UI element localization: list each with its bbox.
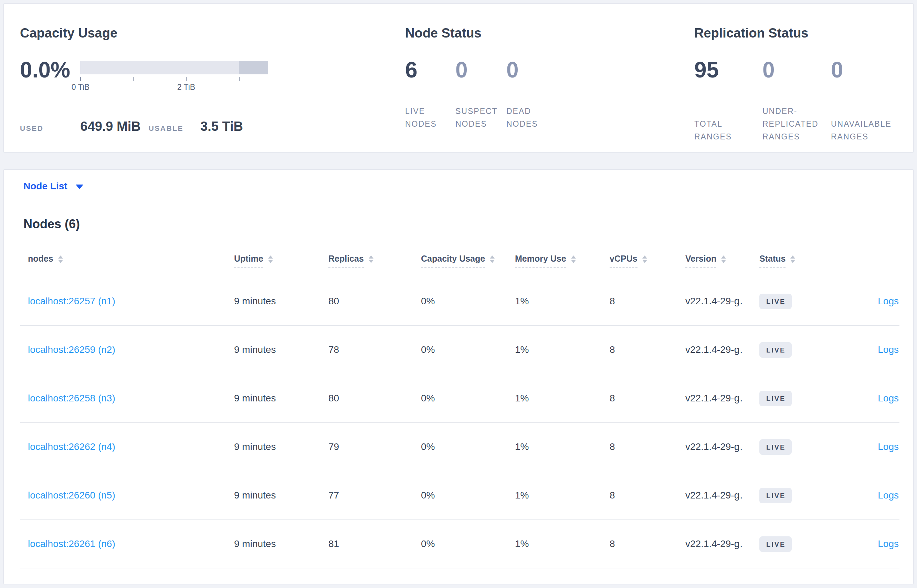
node-link[interactable]: localhost:26258 (n3) [20, 393, 218, 404]
replication-status-title: Replication Status [694, 25, 913, 41]
status-badge: LIVE [759, 294, 792, 309]
live-nodes-label: LIVE NODES [405, 105, 449, 131]
view-selector-label: Node List [23, 181, 68, 192]
column-label: Capacity Usage [421, 254, 485, 268]
column-label: vCPUs [610, 254, 638, 268]
cluster-overview-page: Capacity Usage 0.0% 0 TiB 2 TiB [0, 0, 917, 588]
usable-label: USABLE [149, 124, 184, 132]
replicas-cell: 79 [312, 441, 404, 452]
version-cell: v22.1.4-29-g… [669, 393, 743, 404]
sort-icon [58, 255, 63, 263]
uptime-cell: 9 minutes [218, 344, 312, 355]
status-cell: LIVE [743, 391, 817, 406]
sort-icon [268, 255, 273, 263]
unavailable-count: 0 [831, 59, 907, 81]
column-header-replicas[interactable]: Replicas [312, 254, 404, 268]
vcpus-cell: 8 [593, 296, 669, 307]
node-status-labels: LIVE NODES SUSPECT NODES DEAD NODES [405, 105, 677, 131]
logs-link[interactable]: Logs [817, 441, 899, 452]
logs-link[interactable]: Logs [817, 538, 899, 549]
sort-icon [790, 255, 795, 263]
memory-cell: 1% [499, 344, 593, 355]
replicas-cell: 78 [312, 344, 404, 355]
status-badge: LIVE [759, 536, 792, 552]
suspect-nodes-label: SUSPECT NODES [455, 105, 499, 131]
version-cell: v22.1.4-29-g… [669, 344, 743, 355]
tick-label-0tib: 0 TiB [72, 82, 89, 92]
capacity-bar-reserved-segment [239, 61, 268, 74]
tick-label-2tib: 2 TiB [177, 82, 195, 92]
column-header-version[interactable]: Version [669, 254, 743, 268]
column-header-nodes[interactable]: nodes [20, 254, 218, 268]
sort-icon [642, 255, 647, 263]
suspect-nodes-count: 0 [455, 59, 506, 81]
chevron-down-icon [76, 184, 83, 189]
capacity-gauge: 0.0% 0 TiB 2 TiB [20, 59, 386, 92]
live-nodes-count: 6 [405, 59, 455, 81]
uptime-cell: 9 minutes [218, 490, 312, 501]
vcpus-cell: 8 [593, 490, 669, 501]
logs-link[interactable]: Logs [817, 344, 899, 355]
node-link[interactable]: localhost:26257 (n1) [20, 296, 218, 307]
node-status-title: Node Status [405, 25, 677, 41]
column-label: nodes [28, 254, 53, 268]
vcpus-cell: 8 [593, 344, 669, 355]
column-header-uptime[interactable]: Uptime [218, 254, 312, 268]
table-row: localhost:26261 (n6) 9 minutes 81 0% 1% … [20, 520, 899, 569]
used-label: USED [20, 124, 44, 132]
column-header-capacity-usage[interactable]: Capacity Usage [404, 254, 499, 268]
table-row: localhost:26259 (n2) 9 minutes 78 0% 1% … [20, 326, 899, 374]
view-selector-dropdown[interactable]: Node List [4, 170, 913, 203]
column-label: Status [759, 254, 786, 268]
version-cell: v22.1.4-29-g… [669, 441, 743, 452]
node-list-card: Node List Nodes (6) nodes Uptime Replica… [3, 170, 914, 584]
sort-icon [490, 255, 495, 263]
capacity-cell: 0% [404, 296, 499, 307]
status-badge: LIVE [759, 439, 792, 455]
capacity-cell: 0% [404, 393, 499, 404]
memory-cell: 1% [499, 538, 593, 549]
status-badge: LIVE [759, 342, 792, 358]
capacity-stats: USED 649.9 MiB USABLE 3.5 TiB [20, 119, 386, 134]
replication-labels: TOTAL RANGES UNDER-REPLICATED RANGES UNA… [694, 105, 913, 143]
replicas-cell: 80 [312, 296, 404, 307]
node-link[interactable]: localhost:26260 (n5) [20, 490, 218, 501]
logs-link[interactable]: Logs [817, 296, 899, 307]
memory-cell: 1% [499, 393, 593, 404]
uptime-cell: 9 minutes [218, 441, 312, 452]
logs-link[interactable]: Logs [817, 393, 899, 404]
column-header-status[interactable]: Status [743, 254, 817, 268]
table-row: localhost:26258 (n3) 9 minutes 80 0% 1% … [20, 374, 899, 423]
logs-link[interactable]: Logs [817, 490, 899, 501]
dead-nodes-count: 0 [506, 59, 558, 81]
unavailable-label: UNAVAILABLE RANGES [831, 118, 901, 143]
capacity-axis-ticks [80, 74, 268, 82]
version-cell: v22.1.4-29-g… [669, 538, 743, 549]
capacity-usage-title: Capacity Usage [20, 25, 386, 41]
nodes-table-header: nodes Uptime Replicas Capacity Usage [20, 244, 899, 277]
node-link[interactable]: localhost:26262 (n4) [20, 441, 218, 452]
column-label: Uptime [234, 254, 263, 268]
column-label: Replicas [328, 254, 364, 268]
vcpus-cell: 8 [593, 393, 669, 404]
nodes-section-title: Nodes (6) [23, 217, 899, 231]
replicas-cell: 81 [312, 538, 404, 549]
table-row: localhost:26257 (n1) 9 minutes 80 0% 1% … [20, 277, 899, 326]
column-header-vcpus[interactable]: vCPUs [593, 254, 669, 268]
tick-mark [80, 77, 81, 81]
replicas-cell: 80 [312, 393, 404, 404]
node-link[interactable]: localhost:26261 (n6) [20, 538, 218, 549]
status-cell: LIVE [743, 488, 817, 503]
sort-icon [571, 255, 576, 263]
used-value: 649.9 MiB [80, 119, 140, 134]
capacity-percent: 0.0% [20, 59, 70, 81]
under-replicated-count: 0 [762, 59, 831, 81]
node-link[interactable]: localhost:26259 (n2) [20, 344, 218, 355]
uptime-cell: 9 minutes [218, 538, 312, 549]
column-header-memory-use[interactable]: Memory Use [499, 254, 593, 268]
tick-mark [186, 77, 187, 81]
memory-cell: 1% [499, 441, 593, 452]
replicas-cell: 77 [312, 490, 404, 501]
capacity-cell: 0% [404, 490, 499, 501]
version-cell: v22.1.4-29-g… [669, 490, 743, 501]
